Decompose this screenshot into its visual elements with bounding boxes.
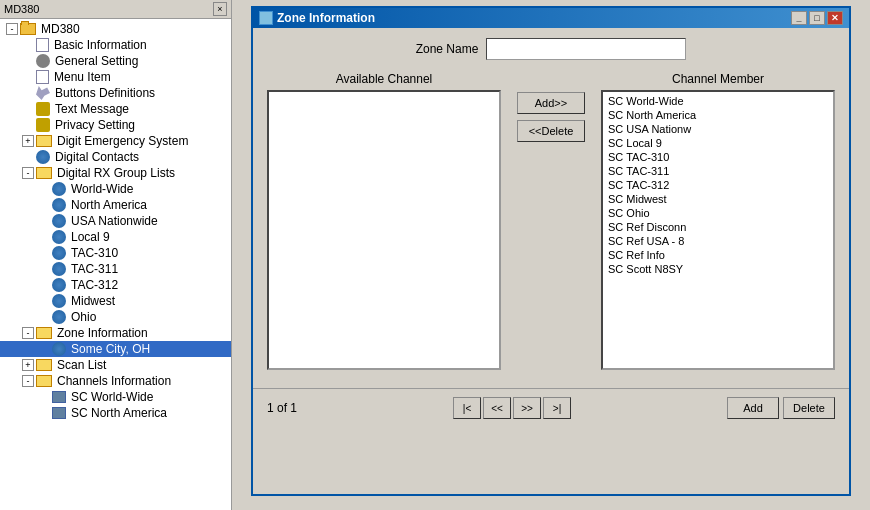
expand-icon-digital-rx-group[interactable]: - [22,167,34,179]
channel-member-panel: Channel Member SC World-WideSC North Ame… [601,72,835,370]
nav-last-button[interactable]: >| [543,397,571,419]
available-channel-listbox[interactable] [267,90,501,370]
globe-icon [52,278,66,292]
right-area: Zone Information _ □ ✕ Zone Name Availab… [232,0,870,510]
computer-icon [52,407,66,419]
sidebar-item-channels-info[interactable]: -Channels Information [0,373,231,389]
sidebar-item-sc-north-america[interactable]: SC North America [0,405,231,421]
dialog-icon [259,11,273,25]
sidebar-item-midwest[interactable]: Midwest [0,293,231,309]
nav-first-button[interactable]: |< [453,397,481,419]
nav-prev-button[interactable]: << [483,397,511,419]
panel-close-button[interactable]: × [213,2,227,16]
sidebar-item-tac-311[interactable]: TAC-311 [0,261,231,277]
globe-icon [36,150,50,164]
zone-name-input[interactable] [486,38,686,60]
page-icon [36,38,49,52]
titlebar-buttons: _ □ ✕ [791,11,843,25]
channel-member-listbox[interactable]: SC World-WideSC North AmericaSC USA Nati… [601,90,835,370]
nav-next-button[interactable]: >> [513,397,541,419]
sidebar-item-text-message[interactable]: Text Message [0,101,231,117]
sidebar-item-tac-312[interactable]: TAC-312 [0,277,231,293]
sidebar-item-menu-item[interactable]: Menu Item [0,69,231,85]
minimize-button[interactable]: _ [791,11,807,25]
add-channel-button[interactable]: Add>> [517,92,585,114]
channel-member-item[interactable]: SC Local 9 [605,136,831,150]
sidebar-item-label-midwest: Midwest [71,294,115,308]
folder-icon [36,327,52,339]
globe-icon [52,198,66,212]
sidebar-item-label-basic-info: Basic Information [54,38,147,52]
sidebar-item-label-usa-nationwide: USA Nationwide [71,214,158,228]
expand-icon-digit-emergency[interactable]: + [22,135,34,147]
restore-button[interactable]: □ [809,11,825,25]
sidebar-item-label-tac-311: TAC-311 [71,262,118,276]
sidebar-item-digital-contacts[interactable]: Digital Contacts [0,149,231,165]
footer-add-button[interactable]: Add [727,397,779,419]
channel-member-item[interactable]: SC North America [605,108,831,122]
globe-icon [52,214,66,228]
sidebar-item-label-privacy-setting: Privacy Setting [55,118,135,132]
sidebar-item-world-wide[interactable]: World-Wide [0,181,231,197]
channel-member-item[interactable]: SC Ref Disconn [605,220,831,234]
sidebar-item-label-menu-item: Menu Item [54,70,111,84]
sidebar-item-md380[interactable]: -MD380 [0,21,231,37]
available-channel-panel: Available Channel [267,72,501,370]
sidebar-item-label-digit-emergency: Digit Emergency System [57,134,188,148]
sidebar-item-label-sc-north-america: SC North America [71,406,167,420]
sidebar-item-sc-world-wide[interactable]: SC World-Wide [0,389,231,405]
expand-icon-md380[interactable]: - [6,23,18,35]
sidebar-item-zone-info[interactable]: -Zone Information [0,325,231,341]
channel-member-item[interactable]: SC World-Wide [605,94,831,108]
sidebar-item-label-zone-info: Zone Information [57,326,148,340]
channel-member-item[interactable]: SC Ref Info [605,248,831,262]
footer-right-buttons: Add Delete [727,397,835,419]
expand-icon-scan-list[interactable]: + [22,359,34,371]
sidebar-item-label-local-9: Local 9 [71,230,110,244]
dialog-body: Zone Name Available Channel Add>> <<Dele… [253,28,849,380]
channel-member-item[interactable]: SC TAC-311 [605,164,831,178]
sidebar-item-label-scan-list: Scan List [57,358,106,372]
sidebar-item-ohio[interactable]: Ohio [0,309,231,325]
expand-icon-zone-info[interactable]: - [22,327,34,339]
gear-icon [36,54,50,68]
nav-buttons: |< << >> >| [453,397,571,419]
channel-member-item[interactable]: SC Scott N8SY [605,262,831,276]
sidebar-item-general-setting[interactable]: General Setting [0,53,231,69]
sidebar-item-usa-nationwide[interactable]: USA Nationwide [0,213,231,229]
channel-member-item[interactable]: SC TAC-312 [605,178,831,192]
sidebar-item-label-text-message: Text Message [55,102,129,116]
sidebar-item-label-sc-world-wide: SC World-Wide [71,390,153,404]
sidebar-item-north-america[interactable]: North America [0,197,231,213]
channel-member-item[interactable]: SC TAC-310 [605,150,831,164]
sidebar-item-local-9[interactable]: Local 9 [0,229,231,245]
sidebar-item-label-tac-312: TAC-312 [71,278,118,292]
wrench-icon [36,86,50,100]
globe-icon [52,262,66,276]
zone-name-label: Zone Name [416,42,479,56]
left-panel: MD380 × -MD380Basic InformationGeneral S… [0,0,232,510]
sidebar-item-tac-310[interactable]: TAC-310 [0,245,231,261]
tree-container: -MD380Basic InformationGeneral SettingMe… [0,19,231,510]
channels-section: Available Channel Add>> <<Delete Channel… [267,72,835,370]
sidebar-item-label-general-setting: General Setting [55,54,138,68]
sidebar-item-some-city-oh[interactable]: Some City, OH [0,341,231,357]
footer-delete-button[interactable]: Delete [783,397,835,419]
root-folder-icon [20,23,36,35]
sidebar-item-buttons-def[interactable]: Buttons Definitions [0,85,231,101]
channel-member-item[interactable]: SC Ref USA - 8 [605,234,831,248]
zone-name-row: Zone Name [267,38,835,60]
sidebar-item-scan-list[interactable]: +Scan List [0,357,231,373]
sidebar-item-privacy-setting[interactable]: Privacy Setting [0,117,231,133]
channel-member-item[interactable]: SC Ohio [605,206,831,220]
dialog-titlebar: Zone Information _ □ ✕ [253,8,849,28]
delete-channel-button[interactable]: <<Delete [517,120,585,142]
sidebar-item-digit-emergency[interactable]: +Digit Emergency System [0,133,231,149]
sidebar-item-digital-rx-group[interactable]: -Digital RX Group Lists [0,165,231,181]
close-button[interactable]: ✕ [827,11,843,25]
channel-action-buttons: Add>> <<Delete [509,92,593,142]
expand-icon-channels-info[interactable]: - [22,375,34,387]
sidebar-item-basic-info[interactable]: Basic Information [0,37,231,53]
channel-member-item[interactable]: SC Midwest [605,192,831,206]
channel-member-item[interactable]: SC USA Nationw [605,122,831,136]
